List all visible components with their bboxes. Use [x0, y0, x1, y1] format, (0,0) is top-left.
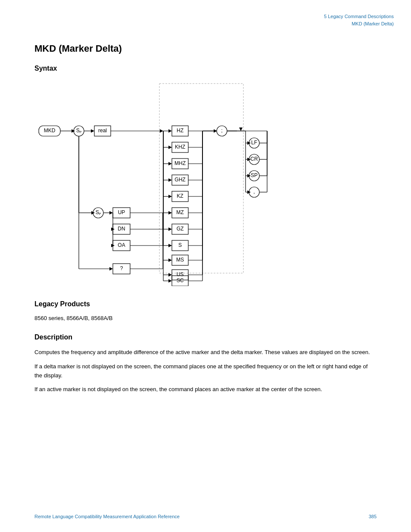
- description-section: Description Computes the frequency and a…: [34, 333, 377, 394]
- page-title: MKD (Marker Delta): [34, 43, 377, 54]
- svg-text:GZ: GZ: [177, 226, 184, 232]
- description-para-3: If an active marker is not displayed on …: [34, 385, 377, 394]
- svg-text:MS: MS: [176, 257, 184, 263]
- page-header: 5 Legacy Command Descriptions MKD (Marke…: [324, 13, 394, 27]
- svg-marker-76: [168, 273, 172, 277]
- svg-text:SC: SC: [177, 277, 184, 283]
- svg-text:GHZ: GHZ: [174, 177, 185, 183]
- svg-text:SP: SP: [76, 128, 82, 134]
- header-chapter: 5 Legacy Command Descriptions: [324, 13, 394, 20]
- svg-marker-4: [72, 129, 75, 133]
- svg-marker-93: [239, 128, 243, 131]
- svg-text:,: ,: [253, 189, 255, 195]
- svg-text:OA: OA: [118, 242, 125, 248]
- svg-text:KHZ: KHZ: [175, 144, 185, 150]
- svg-marker-48: [168, 211, 172, 215]
- svg-text:MKD: MKD: [44, 128, 56, 134]
- svg-text:MZ: MZ: [176, 209, 184, 215]
- svg-text:real: real: [98, 128, 107, 134]
- svg-marker-151: [109, 267, 113, 271]
- svg-text:SP: SP: [96, 209, 101, 215]
- svg-text:DN: DN: [118, 226, 125, 232]
- svg-marker-41: [168, 195, 172, 198]
- svg-text:S: S: [178, 242, 182, 248]
- svg-text:KZ: KZ: [177, 193, 183, 199]
- syntax-heading: Syntax: [34, 65, 377, 72]
- description-para-2: If a delta marker is not displayed on th…: [34, 362, 377, 380]
- svg-text:?: ?: [120, 265, 123, 271]
- svg-text:UP: UP: [118, 209, 125, 215]
- svg-marker-12: [160, 129, 163, 133]
- svg-text:SP: SP: [251, 172, 258, 178]
- description-heading: Description: [34, 333, 377, 341]
- description-para-1: Computes the frequency and amplitude dif…: [34, 348, 377, 357]
- svg-text:HZ: HZ: [177, 128, 184, 134]
- footer-right: 385: [369, 514, 377, 519]
- svg-text:MHZ: MHZ: [174, 160, 186, 166]
- legacy-products-section: Legacy Products 8560 series, 8566A/B, 85…: [34, 300, 377, 321]
- svg-text:US: US: [177, 271, 184, 277]
- svg-marker-62: [168, 244, 172, 247]
- footer-left: Remote Language Compatibility Measuremen…: [34, 514, 180, 519]
- svg-text:;: ;: [221, 128, 222, 134]
- svg-marker-27: [168, 162, 172, 165]
- header-section: MKD (Marker Delta): [324, 20, 394, 28]
- svg-marker-55: [168, 227, 172, 231]
- svg-marker-34: [168, 178, 172, 182]
- svg-marker-83: [168, 279, 172, 283]
- svg-marker-14: [168, 129, 172, 133]
- page-footer: Remote Language Compatibility Measuremen…: [0, 514, 411, 519]
- syntax-svg: MKD SP real HZ: [34, 79, 276, 286]
- svg-marker-20: [168, 146, 172, 149]
- svg-text:CR: CR: [250, 156, 258, 162]
- svg-marker-131: [109, 211, 113, 215]
- legacy-products-heading: Legacy Products: [34, 300, 377, 308]
- svg-text:LF: LF: [251, 140, 257, 146]
- syntax-diagram: MKD SP real HZ: [34, 79, 377, 287]
- svg-marker-8: [91, 129, 94, 133]
- svg-marker-69: [168, 258, 172, 262]
- legacy-products-text: 8560 series, 8566A/B, 8568A/B: [34, 315, 377, 321]
